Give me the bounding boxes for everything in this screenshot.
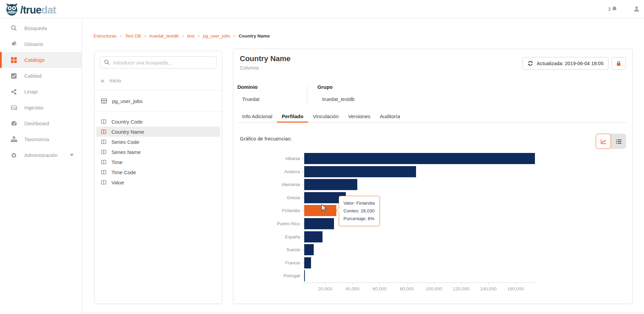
y-axis-label: Finlandia bbox=[228, 205, 300, 216]
bar-finlandia[interactable] bbox=[304, 205, 336, 216]
list-view-button[interactable] bbox=[611, 134, 626, 149]
search-icon bbox=[10, 25, 18, 32]
tooltip-count-line: Conteo: 28,030 bbox=[343, 207, 375, 215]
sidebar-item-label: Taxonomía bbox=[24, 136, 49, 142]
breadcrumb-separator: > bbox=[182, 34, 184, 38]
sidebar-item-busqueda[interactable]: Búsqueda bbox=[0, 20, 82, 36]
x-axis-label: 120,000 bbox=[446, 286, 476, 291]
y-axis-tick bbox=[302, 198, 304, 198]
column-item-country-name[interactable]: Country Name bbox=[96, 127, 220, 137]
bar-andorra[interactable] bbox=[304, 166, 416, 177]
x-axis-label: 60,000 bbox=[364, 286, 395, 291]
notifications-button[interactable]: 3 bbox=[608, 5, 618, 13]
column-item-value[interactable]: Value bbox=[96, 177, 220, 187]
breadcrumb-separator: > bbox=[144, 34, 147, 38]
user-menu-button[interactable] bbox=[633, 6, 640, 12]
bar-portugal[interactable] bbox=[304, 270, 305, 281]
y-axis-label: Alemania bbox=[228, 179, 300, 190]
column-item-time[interactable]: Time bbox=[96, 157, 220, 167]
structure-type-label: Columna bbox=[240, 65, 259, 71]
bar-alemania[interactable] bbox=[304, 179, 357, 190]
sidebar-item-taxonomia[interactable]: Taxonomía bbox=[0, 131, 82, 147]
column-label: Value bbox=[111, 180, 124, 185]
breadcrumb-link[interactable]: pg_user_jobs bbox=[203, 33, 230, 38]
x-axis-tick bbox=[488, 283, 489, 285]
column-icon bbox=[101, 149, 106, 155]
truedat-logo[interactable]: /truedat bbox=[5, 2, 56, 18]
x-axis-tick bbox=[407, 283, 407, 285]
column-item-series-code[interactable]: Series Code bbox=[96, 137, 220, 147]
bar-francia[interactable] bbox=[304, 257, 311, 268]
sidebar-item-linaje[interactable]: Linaje bbox=[0, 84, 82, 100]
column-icon bbox=[101, 159, 106, 165]
bar-suecia[interactable] bbox=[304, 244, 314, 255]
logo-text-true: true bbox=[23, 4, 42, 16]
x-axis-label: 20,000 bbox=[310, 286, 340, 291]
column-item-series-name[interactable]: Series Name bbox=[96, 147, 220, 157]
sidebar-item-ingestas[interactable]: Ingestas bbox=[0, 100, 82, 115]
group-value: truedat_testdb bbox=[317, 96, 377, 102]
sidebar-item-glosario[interactable]: Glosario bbox=[0, 36, 82, 52]
search-icon bbox=[104, 59, 110, 67]
logo-text-dat: dat bbox=[41, 4, 56, 16]
sidebar-item-administracion[interactable]: Administración bbox=[0, 147, 82, 163]
structure-search-input[interactable] bbox=[100, 56, 216, 69]
page-title: Country Name bbox=[240, 54, 290, 63]
structure-detail-panel: Country Name Columna Actualizada: 2019-0… bbox=[233, 49, 633, 304]
angle-double-left-icon: « bbox=[101, 77, 105, 84]
breadcrumb-link[interactable]: truedat_testdb bbox=[150, 33, 179, 38]
back-to-home-button[interactable]: « Inicio bbox=[101, 75, 216, 85]
column-label: Series Name bbox=[111, 149, 141, 155]
sidebar-item-label: Ingestas bbox=[24, 105, 44, 110]
sidebar-item-label: Calidad bbox=[24, 73, 42, 79]
sidebar-item-catalogo[interactable]: Catálogo bbox=[0, 52, 82, 68]
sidebar-item-label: Linaje bbox=[24, 89, 38, 95]
breadcrumb: Estructuras>Test DB>truedat_testdb>test>… bbox=[94, 33, 270, 38]
column-icon bbox=[101, 119, 106, 124]
tags-icon bbox=[10, 41, 18, 48]
refresh-updated-button[interactable]: Actualizada: 2019-06-04 18:05 bbox=[522, 57, 609, 70]
column-label: Series Code bbox=[111, 139, 139, 145]
y-axis-tick bbox=[302, 185, 304, 185]
x-axis-tick bbox=[353, 283, 353, 285]
sidebar-item-dashboard[interactable]: Dashboard bbox=[0, 115, 82, 131]
gear-icon bbox=[10, 152, 18, 159]
table-item-pg-user-jobs[interactable]: pg_user_jobs bbox=[100, 95, 216, 107]
y-axis-label: Grecia bbox=[228, 192, 300, 203]
back-label: Inicio bbox=[109, 78, 121, 83]
tab-info-adicional[interactable]: Info Adicional bbox=[237, 112, 277, 123]
column-label: Time Code bbox=[111, 169, 136, 175]
chart-tooltip: Valor: Finlandia Conteo: 28,030 Porcenta… bbox=[339, 196, 380, 226]
share-icon bbox=[10, 88, 18, 95]
lock-button[interactable] bbox=[612, 57, 626, 70]
column-item-time-code[interactable]: Time Code bbox=[96, 167, 220, 177]
tab-versiones[interactable]: Versiones bbox=[343, 112, 375, 123]
column-icon bbox=[101, 129, 106, 134]
bar-españa[interactable] bbox=[304, 231, 323, 242]
column-item-country-code[interactable]: Country Code bbox=[96, 116, 220, 127]
bar-puerto-rico[interactable] bbox=[304, 218, 334, 229]
sidebar-item-calidad[interactable]: Calidad bbox=[0, 68, 82, 84]
tab-vinculacion[interactable]: Vinculación bbox=[308, 112, 343, 123]
tab-perfilado[interactable]: Perfilado bbox=[277, 112, 308, 123]
column-list: Country Code Country Name Series Code Se… bbox=[95, 116, 222, 187]
breadcrumb-link[interactable]: Test DB bbox=[125, 33, 141, 38]
breadcrumb-link[interactable]: Estructuras bbox=[94, 33, 117, 38]
bar-albania[interactable] bbox=[304, 153, 535, 164]
bell-icon bbox=[611, 5, 618, 13]
y-axis-tick bbox=[302, 211, 304, 211]
chart-view-button[interactable] bbox=[596, 134, 611, 149]
sitemap-icon bbox=[10, 136, 18, 143]
sidebar-item-label: Dashboard bbox=[24, 121, 49, 126]
table-icon bbox=[101, 98, 107, 104]
breadcrumb-link[interactable]: test bbox=[187, 33, 195, 38]
breadcrumb-separator: > bbox=[120, 34, 122, 38]
logo-slash: / bbox=[20, 4, 23, 16]
y-axis-label: España bbox=[228, 231, 300, 242]
tab-auditoria[interactable]: Auditoría bbox=[375, 112, 405, 123]
x-axis-tick bbox=[461, 283, 462, 285]
sidebar-item-label: Catálogo bbox=[24, 57, 45, 63]
x-axis-label: 80,000 bbox=[392, 286, 422, 291]
tooltip-percentage-line: Porcentaje: 6% bbox=[343, 215, 375, 223]
sidebar-item-label: Administración bbox=[24, 152, 57, 158]
